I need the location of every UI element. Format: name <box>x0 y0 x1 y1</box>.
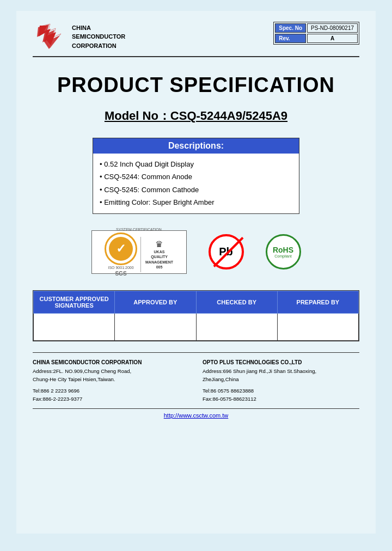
header-left: CHINA SEMICONDUCTOR CORPORATION <box>33 22 125 52</box>
rev-value: A <box>307 34 358 43</box>
title-section: PRODUCT SPECIFICATION <box>33 74 359 97</box>
descriptions-box: Descriptions: • 0.52 Inch Quad Digit Dis… <box>93 138 299 214</box>
spec-table: Spec. No PS-ND-08090217 Rev. A <box>273 22 359 45</box>
footer-left: CHINA SEMICONDUCTOR CORPORATION Address:… <box>33 358 189 403</box>
left-company: CHINA SEMICONDUCTOR CORPORATION <box>33 358 189 367</box>
ukas-box: ♛ UKASQUALITYMANAGEMENT005 <box>140 237 173 272</box>
company-logo <box>33 22 65 52</box>
sgs-ukas-box: SYSTEM CERTIFICATION ✓ ISO 9001:2000 SGS… <box>91 230 187 274</box>
left-fax: Fax:886-2-2223-9377 <box>33 395 189 403</box>
desc-item-4: • Emitting Color: Super Bright Amber <box>100 196 292 209</box>
descriptions-header: Descriptions: <box>93 138 299 154</box>
right-address1: Address:696 Shun jiang Rd.,Ji Shan St.Sh… <box>203 367 359 375</box>
system-cert-label: SYSTEM CERTIFICATION <box>116 228 162 231</box>
col-checked: CHECKED BY <box>196 291 277 313</box>
right-address2: ZheJiang,China <box>203 375 359 383</box>
desc-item-2: • CSQ-5244: Common Anode <box>100 170 292 183</box>
checkmark-icon: ✓ <box>116 242 126 256</box>
company-name: CHINA SEMICONDUCTOR CORPORATION <box>72 23 125 51</box>
right-fax: Fax:86-0575-88623112 <box>203 395 359 403</box>
ukas-text: UKASQUALITYMANAGEMENT005 <box>145 249 173 269</box>
right-company: OPTO PLUS TECHNOLOGIES CO.,LTD <box>203 358 359 367</box>
left-address2: Chung-He City Taipei Hsien,Taiwan. <box>33 375 189 383</box>
crown-icon: ♛ <box>155 239 163 249</box>
rohs-symbol: RoHS Compliant <box>266 234 301 270</box>
sig-customer <box>34 313 115 340</box>
sgs-circle: ✓ <box>105 232 137 265</box>
sig-approved <box>115 313 196 340</box>
rohs-label: RoHS <box>273 246 293 254</box>
footer: CHINA SEMICONDUCTOR CORPORATION Address:… <box>33 352 359 419</box>
rev-label: Rev. <box>275 34 306 43</box>
approval-table: CUSTOMER APPROVED SIGNATURES APPROVED BY… <box>33 291 359 341</box>
certification-area: SYSTEM CERTIFICATION ✓ ISO 9001:2000 SGS… <box>33 230 359 274</box>
col-prepared: PREPARED BY <box>277 291 358 313</box>
header: CHINA SEMICONDUCTOR CORPORATION Spec. No… <box>33 22 359 57</box>
desc-item-1: • 0.52 Inch Quad Digit Display <box>100 158 292 170</box>
no-slash <box>213 237 243 267</box>
footer-right: OPTO PLUS TECHNOLOGIES CO.,LTD Address:6… <box>203 358 359 403</box>
sig-prepared <box>277 313 358 340</box>
rohs-sub: Compliant <box>274 254 292 258</box>
spec-no-value: PS-ND-08090217 <box>307 23 358 33</box>
model-section: Model No：CSQ-5244A9/5245A9 <box>33 108 359 124</box>
spec-no-label: Spec. No <box>275 23 306 33</box>
descriptions-body: • 0.52 Inch Quad Digit Display • CSQ-524… <box>93 154 299 213</box>
approval-table-wrap: CUSTOMER APPROVED SIGNATURES APPROVED BY… <box>33 290 359 341</box>
col-approved: APPROVED BY <box>115 291 196 313</box>
main-title: PRODUCT SPECIFICATION <box>33 74 359 97</box>
right-tel: Tel:86 0575 88623888 <box>203 387 359 395</box>
col-customer: CUSTOMER APPROVED SIGNATURES <box>34 291 115 313</box>
left-tel: Tel:886 2 2223 9696 <box>33 387 189 395</box>
desc-item-3: • CSQ-5245: Common Cathode <box>100 183 292 196</box>
approval-row <box>34 313 359 340</box>
document-page: CHINA SEMICONDUCTOR CORPORATION Spec. No… <box>16 11 376 534</box>
sgs-label: SGS <box>115 271 126 277</box>
no-pb-symbol: Pb <box>209 234 244 270</box>
iso-label: ISO 9001:2000 <box>108 266 133 270</box>
sig-checked <box>196 313 277 340</box>
footer-columns: CHINA SEMICONDUCTOR CORPORATION Address:… <box>33 358 359 403</box>
sgs-checkmark-circle: ✓ <box>109 237 133 261</box>
model-number: Model No：CSQ-5244A9/5245A9 <box>33 108 359 124</box>
left-address1: Address:2FL. NO.909,Chung Cheng Road, <box>33 367 189 375</box>
website-url[interactable]: http://www.csctw.com.tw <box>33 408 359 419</box>
